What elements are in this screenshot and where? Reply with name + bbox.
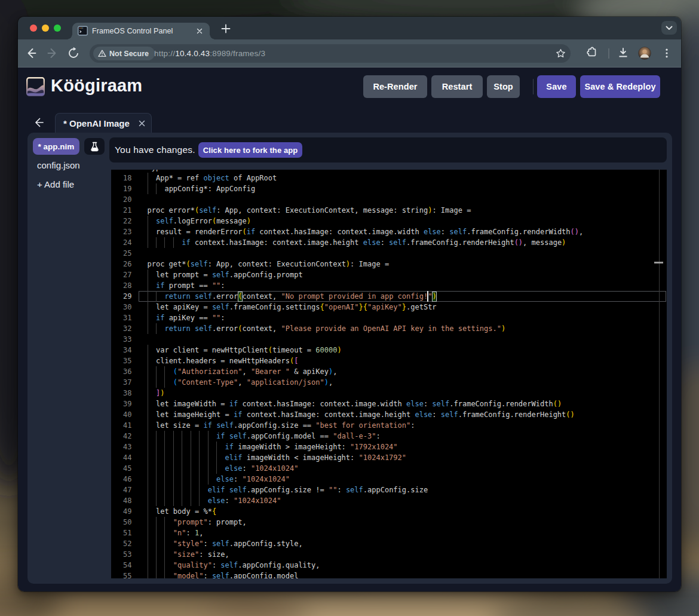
code-line-48: 48 else: "1024x1024"	[111, 495, 667, 506]
three-dots-menu-icon[interactable]	[659, 45, 676, 62]
restart-button[interactable]: Restart	[431, 75, 483, 98]
code-text: if apiKey == "":	[148, 312, 225, 323]
code-text: "prompt": prompt,	[148, 517, 247, 528]
code-line-55: 55 "model": self.appConfig.model	[111, 571, 667, 578]
overview-ruler-border	[659, 170, 660, 578]
line-number: 22	[111, 216, 132, 226]
code-text: proc get*(self: App, context: ExecutionC…	[148, 259, 390, 269]
security-badge[interactable]: Not Secure	[93, 47, 155, 60]
code-line-41: 41 let size = if self.appConfig.size == …	[111, 420, 667, 431]
line-number: 40	[111, 409, 132, 420]
file-tab-label: * OpenAI Image	[63, 118, 130, 128]
bookmark-star-icon[interactable]	[556, 48, 566, 59]
code-line-30: 30 let apiKey = self.frameConfig.setting…	[111, 302, 667, 312]
code-editor[interactable]: 17type18 App* = ref object of AppRoot19 …	[111, 170, 667, 578]
app-header: Köögiraam Re-RenderRestartStopSaveSave &…	[18, 68, 681, 111]
sidebar-file-label: * app.nim	[38, 142, 75, 151]
sidebar-file-app-nim[interactable]: * app.nim	[33, 138, 79, 155]
extensions-puzzle-icon[interactable]	[584, 45, 601, 62]
code-text: if imageWidth > imageHeight: "1792x1024"	[148, 442, 398, 452]
back-arrow-button[interactable]	[33, 117, 45, 128]
line-number: 53	[111, 549, 132, 560]
fork-app-button[interactable]: Click here to fork the app	[198, 142, 303, 158]
code-line-28: 28 if prompt == "":	[111, 280, 667, 291]
frameos-logo-icon	[26, 77, 45, 96]
code-line-45: 45 else: "1024x1024"	[111, 463, 667, 474]
line-number: 48	[111, 495, 132, 506]
new-tab-button[interactable]	[218, 21, 234, 36]
browser-toolbar: Not Secure http://10.4.0.43:8989/frames/…	[18, 39, 681, 68]
sidebar-file-config-json[interactable]: config.json	[37, 160, 80, 170]
avatar[interactable]	[637, 45, 654, 62]
code-line-50: 50 "prompt": prompt,	[111, 517, 667, 528]
download-icon[interactable]	[615, 45, 632, 62]
code-line-19: 19 appConfig*: AppConfig	[111, 183, 667, 194]
line-number: 44	[111, 452, 132, 463]
code-line-39: 39 let imageWidth = if context.hasImage:…	[111, 399, 667, 409]
save-button[interactable]: Save	[537, 75, 576, 98]
code-text: ("Content-Type", "application/json"),	[148, 377, 333, 388]
address-bar[interactable]: Not Secure http://10.4.0.43:8989/frames/…	[90, 44, 571, 63]
back-button[interactable]	[23, 45, 39, 62]
file-tab-openai-image[interactable]: * OpenAI Image	[55, 113, 152, 133]
close-window-button[interactable]	[30, 24, 37, 32]
line-number: 28	[111, 280, 132, 291]
re-render-button[interactable]: Re-Render	[363, 75, 427, 98]
tab-close-icon[interactable]	[195, 27, 204, 35]
stop-button[interactable]: Stop	[487, 75, 520, 98]
line-number: 30	[111, 302, 132, 312]
code-line-22: 22 self.logError(message)	[111, 216, 667, 226]
reload-button[interactable]	[66, 45, 82, 62]
line-number: 41	[111, 420, 132, 431]
header-buttons: Re-RenderRestartStopSaveSave & Redeploy	[363, 75, 660, 98]
line-number: 20	[111, 194, 132, 205]
code-text: let size = if self.appConfig.size == "be…	[148, 420, 415, 431]
line-number: 23	[111, 226, 132, 237]
line-number: 36	[111, 366, 132, 377]
code-text: var client = newHttpClient(timeout = 600…	[148, 345, 342, 355]
file-tab-close-icon[interactable]	[138, 119, 146, 127]
frameos-page: Köögiraam Re-RenderRestartStopSaveSave &…	[18, 68, 681, 592]
zoom-window-button[interactable]	[54, 24, 61, 32]
code-text: else: "1024x1024"	[148, 463, 299, 474]
code-line-29: 29 return self.error(context, "No prompt…	[111, 291, 667, 302]
code-text: "model": self.appConfig.model	[148, 571, 299, 578]
code-text: let body = %*{	[148, 506, 217, 517]
code-text: elif self.appConfig.size != "": self.app…	[148, 485, 428, 495]
minimize-window-button[interactable]	[42, 24, 49, 32]
toolbar-separator	[608, 48, 609, 59]
line-number: 33	[111, 334, 132, 345]
code-line-46: 46 else: "1024x1024"	[111, 474, 667, 485]
code-line-26: 26proc get*(self: App, context: Executio…	[111, 259, 667, 269]
code-line-51: 51 "n": 1,	[111, 528, 667, 538]
test-flask-button[interactable]	[84, 138, 105, 155]
url-host: 10.4.0.43	[175, 49, 210, 58]
code-line-54: 54 "quality": self.appConfig.quality,	[111, 560, 667, 571]
code-line-44: 44 elif imageWidth < imageHeight: "1024x…	[111, 452, 667, 463]
code-line-33: 33	[111, 334, 667, 345]
line-number: 45	[111, 463, 132, 474]
browser-tab[interactable]: FrameOS Control Panel	[72, 23, 210, 39]
code-text: appConfig*: AppConfig	[148, 183, 256, 194]
line-number: 19	[111, 183, 132, 194]
code-line-18: 18 App* = ref object of AppRoot	[111, 173, 667, 183]
text-cursor	[427, 291, 428, 302]
line-number: 24	[111, 237, 132, 248]
tab-search-button[interactable]	[661, 21, 677, 35]
forward-button[interactable]	[44, 45, 61, 62]
terminal-favicon-icon	[78, 26, 88, 36]
code-text: result = renderError(if context.hasImage…	[148, 226, 584, 237]
code-line-34: 34 var client = newHttpClient(timeout = …	[111, 345, 667, 355]
line-number: 26	[111, 259, 132, 269]
line-number: 25	[111, 248, 132, 259]
code-line-20: 20	[111, 194, 667, 205]
add-file-button[interactable]: + Add file	[37, 179, 74, 189]
line-number: 18	[111, 173, 132, 183]
code-text: if self.appConfig.model == "dall-e-3":	[148, 431, 381, 442]
code-text: ("Authorization", "Bearer " & apiKey),	[148, 366, 338, 377]
save-redeploy-button[interactable]: Save & Redeploy	[580, 75, 660, 98]
desktop: FrameOS Control Panel	[0, 0, 699, 616]
code-text: self.logError(message)	[148, 216, 251, 226]
url-text[interactable]: http://10.4.0.43:8989/frames/3	[154, 44, 265, 63]
code-text: elif imageWidth < imageHeight: "1024x179…	[148, 452, 407, 463]
